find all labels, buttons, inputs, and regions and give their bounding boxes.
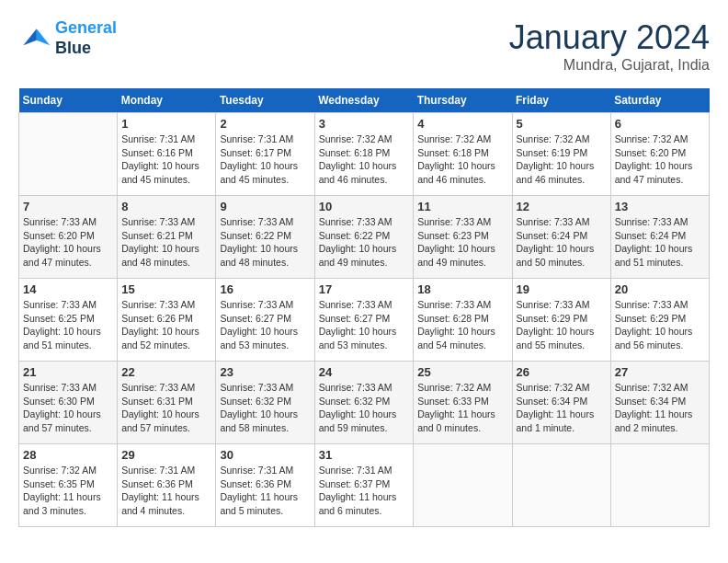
calendar-cell: 17Sunrise: 7:33 AM Sunset: 6:27 PM Dayli… [314, 279, 414, 362]
calendar-week-row: 1Sunrise: 7:31 AM Sunset: 6:16 PM Daylig… [19, 113, 710, 196]
day-number: 1 [121, 117, 211, 131]
calendar-cell: 1Sunrise: 7:31 AM Sunset: 6:16 PM Daylig… [118, 113, 216, 196]
day-info: Sunrise: 7:33 AM Sunset: 6:32 PM Dayligh… [220, 381, 310, 435]
calendar-cell: 21Sunrise: 7:33 AM Sunset: 6:30 PM Dayli… [19, 362, 118, 444]
day-info: Sunrise: 7:33 AM Sunset: 6:27 PM Dayligh… [220, 298, 310, 352]
calendar-cell [19, 113, 118, 196]
day-number: 21 [23, 365, 113, 379]
day-number: 17 [319, 282, 410, 296]
day-info: Sunrise: 7:31 AM Sunset: 6:37 PM Dayligh… [319, 464, 410, 518]
day-number: 18 [417, 282, 507, 296]
calendar-cell [610, 444, 709, 527]
day-number: 31 [319, 448, 410, 462]
day-info: Sunrise: 7:31 AM Sunset: 6:36 PM Dayligh… [220, 464, 310, 518]
calendar-cell [512, 444, 610, 527]
location: Mundra, Gujarat, India [509, 57, 710, 74]
day-info: Sunrise: 7:32 AM Sunset: 6:34 PM Dayligh… [615, 381, 705, 435]
day-info: Sunrise: 7:31 AM Sunset: 6:17 PM Dayligh… [220, 132, 310, 187]
day-info: Sunrise: 7:31 AM Sunset: 6:16 PM Dayligh… [121, 132, 211, 187]
day-info: Sunrise: 7:33 AM Sunset: 6:26 PM Dayligh… [121, 298, 211, 352]
day-info: Sunrise: 7:33 AM Sunset: 6:30 PM Dayligh… [23, 381, 113, 435]
logo-text: General Blue [55, 18, 117, 58]
day-info: Sunrise: 7:33 AM Sunset: 6:21 PM Dayligh… [121, 215, 211, 270]
weekday-header: Wednesday [314, 88, 414, 113]
weekday-header: Sunday [19, 88, 118, 113]
day-info: Sunrise: 7:33 AM Sunset: 6:27 PM Dayligh… [319, 298, 410, 352]
calendar-cell: 11Sunrise: 7:33 AM Sunset: 6:23 PM Dayli… [414, 196, 512, 279]
day-number: 2 [220, 117, 310, 131]
day-number: 10 [319, 200, 410, 213]
calendar-week-row: 28Sunrise: 7:32 AM Sunset: 6:35 PM Dayli… [19, 444, 710, 527]
calendar-cell: 9Sunrise: 7:33 AM Sunset: 6:22 PM Daylig… [216, 196, 314, 279]
day-number: 27 [615, 365, 705, 379]
calendar-cell: 22Sunrise: 7:33 AM Sunset: 6:31 PM Dayli… [118, 362, 216, 444]
day-info: Sunrise: 7:33 AM Sunset: 6:29 PM Dayligh… [517, 298, 607, 352]
day-info: Sunrise: 7:32 AM Sunset: 6:34 PM Dayligh… [517, 381, 607, 435]
day-number: 26 [517, 365, 607, 379]
calendar-cell: 10Sunrise: 7:33 AM Sunset: 6:22 PM Dayli… [314, 196, 414, 279]
day-number: 15 [121, 282, 211, 296]
calendar-cell: 15Sunrise: 7:33 AM Sunset: 6:26 PM Dayli… [118, 279, 216, 362]
calendar-cell: 28Sunrise: 7:32 AM Sunset: 6:35 PM Dayli… [19, 444, 118, 527]
day-number: 24 [319, 365, 410, 379]
weekday-header: Monday [118, 88, 216, 113]
calendar-cell: 13Sunrise: 7:33 AM Sunset: 6:24 PM Dayli… [610, 196, 709, 279]
calendar-cell: 2Sunrise: 7:31 AM Sunset: 6:17 PM Daylig… [216, 113, 314, 196]
day-info: Sunrise: 7:33 AM Sunset: 6:25 PM Dayligh… [23, 298, 113, 352]
day-number: 22 [121, 365, 211, 379]
month-title: January 2024 [509, 18, 710, 57]
weekday-header-row: SundayMondayTuesdayWednesdayThursdayFrid… [19, 88, 710, 113]
calendar-cell: 19Sunrise: 7:33 AM Sunset: 6:29 PM Dayli… [512, 279, 610, 362]
weekday-header: Tuesday [216, 88, 314, 113]
day-info: Sunrise: 7:31 AM Sunset: 6:36 PM Dayligh… [121, 464, 211, 518]
calendar-cell: 16Sunrise: 7:33 AM Sunset: 6:27 PM Dayli… [216, 279, 314, 362]
day-number: 8 [121, 200, 211, 213]
day-number: 4 [417, 117, 507, 131]
day-number: 5 [517, 117, 607, 131]
calendar-cell: 7Sunrise: 7:33 AM Sunset: 6:20 PM Daylig… [19, 196, 118, 279]
calendar-cell: 12Sunrise: 7:33 AM Sunset: 6:24 PM Dayli… [512, 196, 610, 279]
day-info: Sunrise: 7:32 AM Sunset: 6:20 PM Dayligh… [615, 132, 705, 187]
day-number: 16 [220, 282, 310, 296]
calendar-cell: 14Sunrise: 7:33 AM Sunset: 6:25 PM Dayli… [19, 279, 118, 362]
svg-marker-0 [37, 29, 50, 45]
day-info: Sunrise: 7:32 AM Sunset: 6:18 PM Dayligh… [319, 132, 410, 187]
day-info: Sunrise: 7:33 AM Sunset: 6:24 PM Dayligh… [615, 215, 705, 270]
day-info: Sunrise: 7:33 AM Sunset: 6:20 PM Dayligh… [23, 215, 113, 270]
calendar-week-row: 21Sunrise: 7:33 AM Sunset: 6:30 PM Dayli… [19, 362, 710, 444]
day-number: 12 [517, 200, 607, 213]
day-number: 29 [121, 448, 211, 462]
calendar-cell: 24Sunrise: 7:33 AM Sunset: 6:32 PM Dayli… [314, 362, 414, 444]
day-number: 28 [23, 448, 113, 462]
calendar-cell: 20Sunrise: 7:33 AM Sunset: 6:29 PM Dayli… [610, 279, 709, 362]
weekday-header: Friday [512, 88, 610, 113]
calendar-cell: 5Sunrise: 7:32 AM Sunset: 6:19 PM Daylig… [512, 113, 610, 196]
day-info: Sunrise: 7:33 AM Sunset: 6:31 PM Dayligh… [121, 381, 211, 435]
day-number: 14 [23, 282, 113, 296]
day-number: 30 [220, 448, 310, 462]
weekday-header: Saturday [610, 88, 709, 113]
day-number: 11 [417, 200, 507, 213]
day-number: 19 [517, 282, 607, 296]
day-info: Sunrise: 7:32 AM Sunset: 6:19 PM Dayligh… [517, 132, 607, 187]
calendar-cell: 27Sunrise: 7:32 AM Sunset: 6:34 PM Dayli… [610, 362, 709, 444]
calendar-cell [414, 444, 512, 527]
day-info: Sunrise: 7:33 AM Sunset: 6:22 PM Dayligh… [220, 215, 310, 270]
page-header: General Blue January 2024 Mundra, Gujara… [18, 18, 710, 74]
day-info: Sunrise: 7:33 AM Sunset: 6:24 PM Dayligh… [517, 215, 607, 270]
calendar-cell: 31Sunrise: 7:31 AM Sunset: 6:37 PM Dayli… [314, 444, 414, 527]
day-info: Sunrise: 7:33 AM Sunset: 6:32 PM Dayligh… [319, 381, 410, 435]
calendar-table: SundayMondayTuesdayWednesdayThursdayFrid… [18, 88, 710, 527]
day-info: Sunrise: 7:33 AM Sunset: 6:28 PM Dayligh… [417, 298, 507, 352]
logo: General Blue [18, 18, 117, 58]
calendar-cell: 6Sunrise: 7:32 AM Sunset: 6:20 PM Daylig… [610, 113, 709, 196]
calendar-cell: 8Sunrise: 7:33 AM Sunset: 6:21 PM Daylig… [118, 196, 216, 279]
day-info: Sunrise: 7:32 AM Sunset: 6:18 PM Dayligh… [417, 132, 507, 187]
day-number: 23 [220, 365, 310, 379]
day-info: Sunrise: 7:33 AM Sunset: 6:29 PM Dayligh… [615, 298, 705, 352]
calendar-cell: 26Sunrise: 7:32 AM Sunset: 6:34 PM Dayli… [512, 362, 610, 444]
day-number: 20 [615, 282, 705, 296]
calendar-week-row: 7Sunrise: 7:33 AM Sunset: 6:20 PM Daylig… [19, 196, 710, 279]
calendar-cell: 4Sunrise: 7:32 AM Sunset: 6:18 PM Daylig… [414, 113, 512, 196]
calendar-cell: 3Sunrise: 7:32 AM Sunset: 6:18 PM Daylig… [314, 113, 414, 196]
